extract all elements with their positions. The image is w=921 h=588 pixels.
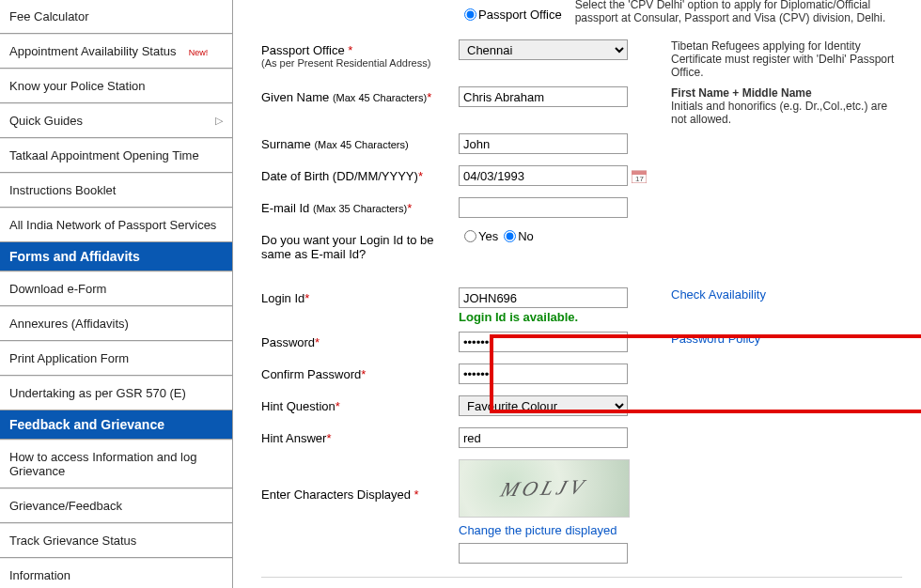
password-label: Password <box>261 335 315 349</box>
cpv-info-text: Select the 'CPV Delhi' option to apply f… <box>562 0 902 24</box>
sidebar-item-label: All India Network of Passport Services <box>9 218 216 232</box>
email-label: E-mail Id <box>261 201 309 215</box>
sidebar-item-label: Track Grievance Status <box>9 534 136 548</box>
captcha-input[interactable] <box>459 543 628 564</box>
sidebar-item-label: Know your Police Station <box>9 79 146 93</box>
confirm-password-label: Confirm Password <box>261 367 361 381</box>
check-availability-link[interactable]: Check Availability <box>671 287 766 302</box>
dob-label: Date of Birth (DD/MM/YYYY) <box>261 169 418 183</box>
sidebar-item-label: Download e-Form <box>9 282 106 296</box>
sidebar-item-label: Information <box>9 568 70 582</box>
surname-sublabel: (Max 45 Characters) <box>314 139 408 150</box>
sidebar-item-tatkaal[interactable]: Tatkaal Appointment Opening Time <box>0 138 232 173</box>
hint-answer-label: Hint Answer <box>261 431 326 445</box>
captcha-text: MOLJV <box>498 474 590 502</box>
sidebar-item-download-eform[interactable]: Download e-Form <box>0 271 232 306</box>
sidebar-item-label: Quick Guides <box>9 114 83 128</box>
email-input[interactable] <box>459 197 628 218</box>
sidebar-item-label: Instructions Booklet <box>9 183 116 197</box>
sidebar-item-information[interactable]: Information <box>0 558 232 588</box>
given-name-label: Given Name <box>261 90 329 104</box>
sidebar-item-instructions-booklet[interactable]: Instructions Booklet <box>0 173 232 208</box>
sidebar-item-print-application[interactable]: Print Application Form <box>0 341 232 376</box>
password-policy-link[interactable]: Password Policy <box>671 332 760 346</box>
calendar-icon[interactable]: 17 <box>632 168 647 184</box>
name-rule-title: First Name + Middle Name <box>671 86 812 100</box>
registration-form: Passport Office Select the 'CPV Delhi' o… <box>233 0 921 588</box>
login-id-label: Login Id <box>261 291 304 305</box>
svg-text:17: 17 <box>635 175 644 183</box>
sidebar-item-grievance-feedback[interactable]: Grievance/Feedback <box>0 488 232 523</box>
email-sublabel: (Max 35 Characters) <box>313 203 407 214</box>
given-name-input[interactable] <box>459 86 628 107</box>
divider <box>261 577 902 578</box>
sidebar-item-label: Tatkaal Appointment Opening Time <box>9 148 199 162</box>
sidebar-item-access-info[interactable]: How to access Information and log Grieva… <box>0 440 232 488</box>
password-input[interactable] <box>459 332 628 352</box>
chevron-right-icon: ▷ <box>215 115 223 127</box>
given-name-sublabel: (Max 45 Characters) <box>333 92 427 103</box>
captcha-label: Enter Characters Displayed <box>261 487 411 502</box>
sidebar-item-label: Grievance/Feedback <box>9 499 122 513</box>
name-rule-text: Initials and honorifics (e.g. Dr.,Col.,e… <box>671 100 887 126</box>
confirm-password-input[interactable] <box>459 364 628 384</box>
same-login-label: Do you want your Login Id to be same as … <box>261 233 434 261</box>
sidebar-header-forms: Forms and Affidavits <box>0 242 232 271</box>
new-badge: New! <box>189 48 209 57</box>
captcha-image: MOLJV <box>459 459 630 518</box>
login-id-availability-msg: Login Id is available. <box>459 310 578 324</box>
passport-office-option-label: Passport Office <box>478 8 562 22</box>
sidebar-item-appointment-availability[interactable]: Appointment Availability Status New! <box>0 34 232 69</box>
tibetan-info-text: Tibetan Refugees applying for Identity C… <box>658 39 902 79</box>
sidebar-item-label: Appointment Availability Status <box>9 44 177 58</box>
sidebar: Fee Calculator Appointment Availability … <box>0 0 233 588</box>
login-id-input[interactable] <box>459 287 628 308</box>
sidebar-item-undertaking-gsr[interactable]: Undertaking as per GSR 570 (E) <box>0 376 232 410</box>
sidebar-item-label: Fee Calculator <box>9 9 89 23</box>
sidebar-item-fee-calculator[interactable]: Fee Calculator <box>0 0 232 34</box>
sidebar-item-label: Undertaking as per GSR 570 (E) <box>9 386 186 400</box>
yes-label: Yes <box>478 229 498 243</box>
same-login-no-radio[interactable] <box>504 230 516 242</box>
hint-question-label: Hint Question <box>261 399 336 413</box>
sidebar-item-quick-guides[interactable]: Quick Guides▷ <box>0 103 232 138</box>
dob-input[interactable] <box>459 165 628 186</box>
sidebar-item-label: How to access Information and log Grieva… <box>9 450 223 478</box>
change-captcha-link[interactable]: Change the picture displayed <box>459 523 617 537</box>
no-label: No <box>518 229 534 243</box>
passport-office-sublabel: (As per Present Residential Address) <box>261 57 459 69</box>
register-at-passport-office-radio[interactable] <box>464 8 476 21</box>
same-login-yes-radio[interactable] <box>464 230 476 242</box>
sidebar-item-label: Annexures (Affidavits) <box>9 317 129 331</box>
hint-answer-input[interactable] <box>459 427 628 448</box>
sidebar-item-annexures[interactable]: Annexures (Affidavits) <box>0 306 232 341</box>
hint-question-select[interactable]: Favourite Colour <box>459 395 628 416</box>
passport-office-label: Passport Office <box>261 43 345 57</box>
surname-label: Surname <box>261 137 311 151</box>
sidebar-item-label: Print Application Form <box>9 351 129 365</box>
passport-office-select[interactable]: Chennai <box>459 39 628 60</box>
surname-input[interactable] <box>459 133 628 154</box>
sidebar-item-police-station[interactable]: Know your Police Station <box>0 69 232 103</box>
sidebar-item-track-grievance[interactable]: Track Grievance Status <box>0 523 232 558</box>
sidebar-item-all-india-network[interactable]: All India Network of Passport Services <box>0 208 232 242</box>
sidebar-header-feedback: Feedback and Grievance <box>0 410 232 440</box>
